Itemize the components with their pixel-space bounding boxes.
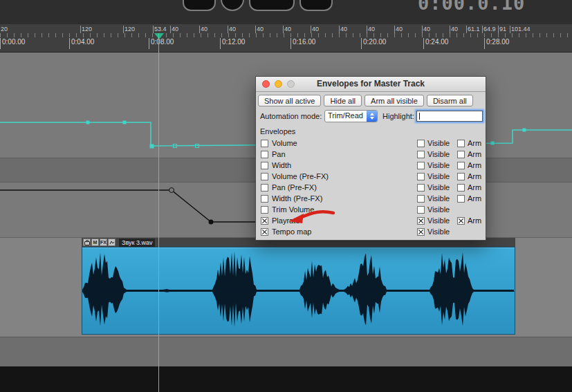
tempo-marker: 40: [283, 26, 291, 33]
transport-button[interactable]: [183, 0, 216, 11]
envelope-checkbox-width-pre-fx[interactable]: [261, 195, 268, 203]
visible-label: Visible: [427, 161, 450, 169]
automation-mode-dropdown[interactable]: Trim/Read: [324, 110, 378, 122]
tempo-marker: 40: [228, 26, 236, 33]
envelope-checkbox-pan[interactable]: [261, 151, 268, 158]
tempo-marker: 40: [311, 26, 319, 33]
visible-checkbox-tempo-map[interactable]: [417, 228, 425, 236]
arm-checkbox-width-pre-fx[interactable]: [457, 195, 465, 203]
envelope-point[interactable]: [150, 144, 154, 149]
tempo-marker: 40: [255, 26, 264, 33]
tempo-marker: 40: [422, 26, 430, 33]
envelope-icon[interactable]: [108, 239, 116, 246]
envelope-point[interactable]: [169, 188, 174, 193]
visible-checkbox-pan[interactable]: [417, 151, 425, 158]
visible-checkbox-volume-pre-fx[interactable]: [417, 173, 425, 180]
envelope-label: Trim Volume: [272, 205, 314, 214]
disarm-all-button[interactable]: Disarm all: [427, 95, 473, 106]
dropdown-stepper-icon: [367, 111, 377, 122]
envelope-row-width-pre-fx: Width (Pre-FX)VisibleArm: [256, 194, 486, 205]
visible-label: Visible: [427, 194, 450, 203]
envelope-point[interactable]: [174, 144, 177, 148]
visible-label: Visible: [427, 227, 450, 236]
visible-label: Visible: [427, 150, 450, 158]
arm-checkbox-playrate[interactable]: [457, 217, 465, 225]
tempo-marker: 101.44: [510, 26, 531, 33]
fx-button[interactable]: FX: [100, 239, 107, 246]
arm-checkbox-pan[interactable]: [457, 151, 465, 158]
dialog-titlebar[interactable]: Envelopes for Master Track: [256, 77, 486, 92]
envelope-label: Pan: [272, 150, 286, 158]
visible-label: Visible: [427, 172, 450, 180]
envelope-row-volume-pre-fx: Volume (Pre-FX)VisibleArm: [256, 171, 486, 183]
visible-checkbox-width[interactable]: [417, 162, 425, 169]
show-all-active-button[interactable]: Show all active: [258, 95, 321, 106]
tempo-marker: 20: [0, 26, 8, 33]
time-marker: 0:00.00: [0, 38, 25, 49]
arm-all-visible-button[interactable]: Arm all visible: [365, 95, 424, 106]
envelope-label: Volume (Pre-FX): [272, 172, 329, 180]
tempo-marker: 120: [80, 26, 92, 33]
envelope-checkbox-volume[interactable]: [261, 140, 268, 147]
arm-label: Arm: [468, 139, 481, 147]
envelope-checkbox-playrate[interactable]: [261, 217, 268, 225]
arm-checkbox-width[interactable]: [457, 162, 465, 169]
arm-label: Arm: [468, 216, 481, 225]
timeline-ruler[interactable]: 2012012053.4404040404040404040404061.164…: [0, 24, 572, 53]
envelope-point[interactable]: [491, 142, 495, 145]
hide-all-button[interactable]: Hide all: [324, 95, 362, 106]
tempo-marker: 40: [394, 26, 403, 33]
envelope-row-volume: VolumeVisibleArm: [256, 138, 486, 149]
minimize-button[interactable]: [275, 80, 282, 88]
arm-checkbox-volume-pre-fx[interactable]: [457, 173, 465, 180]
transport-button[interactable]: [221, 0, 244, 11]
reaper-window: 0:00.0.10 2012012053.4404040404040404040…: [0, 0, 572, 392]
transport-button[interactable]: [249, 0, 295, 11]
arm-checkbox-pan-pre-fx[interactable]: [457, 184, 465, 192]
envelope-checkbox-trim-volume[interactable]: [261, 206, 268, 214]
visible-label: Visible: [427, 183, 450, 192]
envelope-checkbox-pan-pre-fx[interactable]: [261, 184, 268, 192]
tempo-marker: 40: [367, 26, 375, 33]
zoom-button[interactable]: [287, 80, 295, 88]
visible-checkbox-pan-pre-fx[interactable]: [417, 184, 425, 192]
envelope-point[interactable]: [209, 220, 214, 225]
highlight-input[interactable]: [416, 111, 483, 122]
envelope-point[interactable]: [196, 144, 199, 148]
envelope-checkbox-tempo-map[interactable]: [261, 228, 268, 236]
audio-item[interactable]: [82, 247, 515, 335]
envelope-label: Playrate: [272, 216, 299, 225]
transport-time-display: 0:00.0.10: [418, 0, 525, 14]
close-button[interactable]: [262, 80, 270, 88]
visible-checkbox-trim-volume[interactable]: [417, 206, 425, 214]
edit-cursor-marker[interactable]: [154, 33, 164, 39]
arm-label: Arm: [468, 161, 481, 169]
tempo-marker: 40: [199, 26, 207, 33]
envelope-checkbox-volume-pre-fx[interactable]: [261, 173, 268, 180]
envelope-point[interactable]: [523, 129, 526, 132]
envelope-row-pan: PanVisibleArm: [256, 149, 486, 160]
edit-cursor-line: [158, 33, 159, 392]
time-marker: 0:24.00: [423, 38, 448, 49]
envelope-row-tempo-map: Tempo mapVisible: [256, 227, 486, 238]
ruler-time-row: 0:00.000:04.000:08.000:12.000:16.000:20.…: [0, 38, 572, 50]
tempo-marker: 64.9: [482, 26, 496, 33]
transport-button[interactable]: [299, 0, 333, 11]
envelope-point[interactable]: [123, 121, 127, 124]
lock-icon[interactable]: [83, 239, 91, 246]
envelope-label: Width (Pre-FX): [272, 194, 322, 203]
ruler-ticks: [0, 33, 572, 37]
visible-checkbox-playrate[interactable]: [417, 217, 425, 225]
arm-checkbox-volume[interactable]: [457, 140, 465, 147]
mute-button[interactable]: M: [91, 239, 99, 246]
empty-track-area[interactable]: [0, 337, 572, 367]
visible-checkbox-width-pre-fx[interactable]: [417, 195, 425, 203]
envelope-row-playrate: PlayrateVisibleArm: [256, 216, 486, 227]
envelope-point[interactable]: [86, 121, 90, 124]
tempo-marker: 61.1: [466, 26, 480, 33]
up-arrow-icon: [370, 113, 374, 115]
visible-checkbox-volume[interactable]: [417, 140, 425, 147]
envelope-checkbox-width[interactable]: [261, 162, 268, 169]
text-caret: [419, 113, 420, 120]
volume-envelope-line[interactable]: [0, 190, 256, 222]
